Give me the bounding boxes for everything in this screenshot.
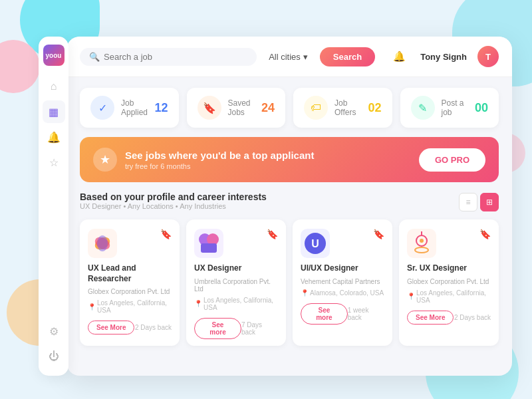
job-card-3: 🔖 Sr. UX Designer Globex Corporation Pvt…: [399, 219, 499, 346]
job-card-1: 🔖 UX Designer Umbrella Corporation Pvt. …: [186, 219, 286, 346]
svg-point-11: [420, 239, 424, 243]
job-card-top-3: 🔖: [407, 229, 491, 258]
section-title-area: Based on your profile and career interes…: [80, 192, 267, 210]
search-icon: 🔍: [89, 52, 100, 62]
stat-job-offers: 🏷 Job Offers 02: [293, 88, 392, 128]
svg-text:U: U: [311, 238, 319, 249]
chevron-down-icon: ▾: [303, 52, 308, 62]
go-pro-button[interactable]: GO PRO: [419, 148, 485, 172]
see-more-button-0[interactable]: See More: [88, 321, 134, 334]
jobs-grid: 🔖 UX Lead and Researcher Globex Corporat…: [80, 219, 499, 346]
job-time-1: 7 Days back: [241, 321, 278, 336]
view-toggle: ≡ ⊞: [459, 193, 499, 211]
bookmark-icon-3[interactable]: 🔖: [479, 229, 491, 239]
stat-label-post: Post a job: [442, 98, 468, 117]
banner-text: See jobs where you'd be a top applicant …: [125, 150, 411, 170]
list-view-button[interactable]: ≡: [459, 193, 477, 211]
stats-row: ✓ Job Applied 12 🔖 Saved Jobs 24 🏷 Job O…: [80, 88, 499, 128]
promo-banner: ★ See jobs where you'd be a top applican…: [80, 137, 499, 182]
search-input[interactable]: [104, 52, 247, 62]
job-footer-1: See more 7 Days back: [194, 318, 278, 339]
sidebar-item-bell[interactable]: 🔔: [43, 126, 65, 148]
job-logo-0: [88, 229, 117, 258]
avatar[interactable]: T: [477, 46, 499, 67]
sidebar-item-settings[interactable]: ⚙: [43, 320, 65, 342]
job-card-top-1: 🔖: [194, 229, 278, 258]
section-header: Based on your profile and career interes…: [80, 192, 499, 213]
city-dropdown[interactable]: All cities ▾: [263, 49, 313, 65]
user-name: Tony Signh: [420, 52, 467, 62]
stat-icon-saved: 🔖: [198, 96, 221, 120]
sidebar-item-power[interactable]: ⏻: [43, 345, 65, 368]
stat-count-post: 00: [475, 101, 488, 115]
job-card-top-2: U 🔖: [301, 229, 384, 258]
location-icon-0: 📍: [88, 303, 96, 311]
banner-title: See jobs where you'd be a top applicant: [125, 150, 411, 161]
stat-icon-post: ✎: [411, 96, 435, 120]
section-subtitle: UX Designer • Any Locations • Any Indust…: [80, 202, 267, 210]
stat-post-job: ✎ Post a job 00: [400, 88, 499, 128]
job-title-2: UI/UX Designer: [301, 263, 384, 274]
stat-icon-offers: 🏷: [304, 96, 328, 120]
job-location-1: 📍 Los Angeles, California, USA: [194, 297, 278, 311]
stat-count-offers: 02: [368, 101, 381, 115]
job-company-1: Umbrella Corporation Pvt. Ltd: [194, 278, 278, 293]
topbar: 🔍 All cities ▾ Search 🔔 Tony Signh T: [66, 37, 512, 77]
stat-job-applied: ✓ Job Applied 12: [80, 88, 179, 128]
job-title-0: UX Lead and Researcher: [88, 263, 172, 284]
stat-count-saved: 24: [261, 101, 275, 115]
stat-count-applied: 12: [154, 101, 168, 115]
job-time-2: 1 week back: [348, 307, 384, 321]
notification-icon[interactable]: 🔔: [388, 46, 410, 67]
stat-label-offers: Job Offers: [334, 98, 361, 117]
grid-view-button[interactable]: ⊞: [480, 193, 499, 211]
see-more-button-3[interactable]: See More: [407, 311, 454, 325]
see-more-button-1[interactable]: See more: [194, 318, 241, 339]
job-logo-2: U: [301, 229, 330, 258]
stat-saved-jobs: 🔖 Saved Jobs 24: [187, 88, 286, 128]
job-footer-2: See more 1 week back: [301, 303, 384, 325]
job-logo-3: [407, 229, 436, 258]
job-location-3: 📍 Los Angeles, California, USA: [407, 289, 491, 304]
search-button[interactable]: Search: [320, 47, 375, 66]
see-more-button-2[interactable]: See more: [301, 303, 348, 325]
svg-point-2: [97, 235, 108, 251]
job-logo-1: [194, 229, 223, 258]
job-company-2: Vehement Capital Partners: [301, 278, 384, 285]
job-location-0: 📍 Los Angeles, California, USA: [88, 299, 172, 314]
content-area: ✓ Job Applied 12 🔖 Saved Jobs 24 🏷 Job O…: [66, 77, 512, 356]
job-card-2: U 🔖 UI/UX Designer Vehement Capital Part…: [293, 219, 392, 346]
stat-label-saved: Saved Jobs: [228, 98, 255, 117]
bookmark-icon-2[interactable]: 🔖: [373, 229, 384, 239]
job-card-top-0: 🔖: [88, 229, 172, 258]
job-location-2: 📍 Alamosa, Colorado, USA: [301, 289, 384, 297]
job-footer-0: See More 2 Days back: [88, 321, 172, 334]
location-icon-3: 📍: [407, 293, 415, 300]
sidebar-item-home[interactable]: ⌂: [43, 75, 65, 98]
location-icon-2: 📍: [301, 289, 309, 297]
location-icon-1: 📍: [194, 300, 202, 307]
job-time-0: 2 Days back: [135, 324, 172, 331]
job-company-3: Globex Corporation Pvt. Ltd: [407, 278, 491, 285]
banner-subtitle: try free for 6 months: [125, 162, 411, 170]
job-title-1: UX Designer: [194, 263, 278, 274]
banner-star-icon: ★: [93, 148, 117, 172]
sidebar-item-dashboard[interactable]: ▦: [43, 100, 65, 123]
sidebar: yoou ⌂ ▦ 🔔 ☆ ⚙ ⏻: [39, 37, 68, 376]
job-title-3: Sr. UX Designer: [407, 263, 491, 274]
stat-label-applied: Job Applied: [121, 98, 148, 117]
job-company-0: Globex Corporation Pvt. Ltd: [88, 288, 172, 295]
job-footer-3: See More 2 Days back: [407, 311, 491, 325]
svg-rect-5: [201, 243, 217, 253]
search-box: 🔍: [80, 48, 257, 66]
stat-icon-applied: ✓: [90, 96, 114, 120]
sidebar-item-star[interactable]: ☆: [43, 151, 65, 174]
job-time-3: 2 Days back: [454, 314, 491, 321]
bookmark-icon-0[interactable]: 🔖: [160, 229, 172, 239]
section-title: Based on your profile and career interes…: [80, 192, 267, 202]
bookmark-icon-1[interactable]: 🔖: [267, 229, 278, 239]
app-logo: yoou: [43, 45, 65, 66]
job-card-0: 🔖 UX Lead and Researcher Globex Corporat…: [80, 219, 180, 346]
main-card: 🔍 All cities ▾ Search 🔔 Tony Signh T ✓ J…: [66, 37, 512, 376]
svg-point-10: [415, 247, 428, 253]
